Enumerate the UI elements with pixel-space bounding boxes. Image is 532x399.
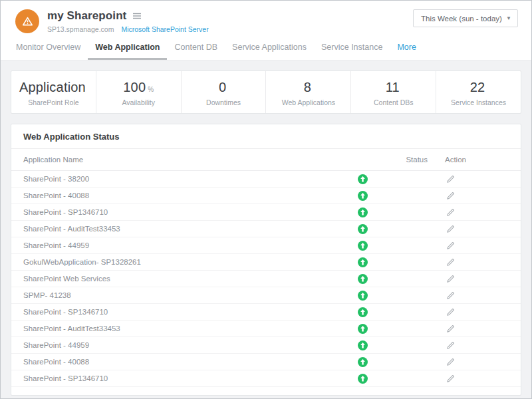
- action-cell: [428, 207, 521, 218]
- table-row: SharePoint - SP1346710: [11, 370, 521, 387]
- table-title: Web Application Status: [11, 124, 521, 149]
- pencil-edit-icon[interactable]: [445, 257, 456, 268]
- status-up-icon: [358, 307, 368, 317]
- application-name: SharePoint - SP1346710: [11, 208, 351, 216]
- pencil-edit-icon[interactable]: [445, 373, 456, 384]
- pencil-edit-icon[interactable]: [445, 356, 456, 368]
- time-period-dropdown[interactable]: This Week (sun - today) ▼: [413, 9, 518, 27]
- action-cell: [428, 240, 521, 251]
- action-cell: [428, 340, 521, 351]
- table-body: SharePoint - 38200: [11, 171, 521, 387]
- action-cell: [428, 356, 521, 368]
- action-cell: [428, 307, 521, 318]
- warning-triangle-icon: [21, 15, 34, 28]
- stat-value: 8: [304, 80, 311, 95]
- stat-value: 22: [470, 80, 485, 95]
- application-name: SharePoint - 40088: [11, 192, 351, 200]
- stat-value: Application: [19, 80, 86, 95]
- table-row: SharePoint - SP1346710: [11, 304, 521, 321]
- action-cell: [428, 190, 521, 201]
- summary-stats-card: Application SharePoint Role 100 % Availa…: [11, 70, 521, 114]
- web-application-status-card: Web Application Status Application Name …: [11, 124, 521, 396]
- status-up-icon: [358, 257, 368, 267]
- action-cell: [428, 323, 521, 334]
- application-name: SharePoint - 44959: [11, 241, 351, 249]
- status-cell: [351, 207, 428, 217]
- monitor-hostname: SP13.spmanage.com: [47, 25, 114, 33]
- status-cell: [351, 174, 428, 184]
- status-up-icon: [358, 207, 368, 217]
- stat-unit: %: [148, 86, 154, 93]
- application-name: SharePoint - SP1346710: [11, 308, 351, 316]
- status-up-icon: [358, 224, 368, 234]
- status-cell: [351, 224, 428, 234]
- pencil-edit-icon[interactable]: [445, 207, 456, 218]
- pencil-edit-icon[interactable]: [445, 307, 456, 318]
- stat-label: Downtimes: [206, 98, 241, 106]
- pencil-edit-icon[interactable]: [445, 273, 456, 285]
- stat-label: Availability: [122, 98, 155, 106]
- pencil-edit-icon[interactable]: [445, 290, 456, 301]
- pencil-edit-icon[interactable]: [445, 223, 456, 235]
- application-name: SharePoint - 40088: [11, 358, 351, 366]
- status-cell: [351, 340, 428, 350]
- pencil-edit-icon[interactable]: [445, 174, 456, 185]
- stat-item: 22 Service Instances: [436, 71, 521, 113]
- status-cell: [351, 241, 428, 251]
- status-up-icon: [358, 274, 368, 284]
- application-name: SharePoint - 44959: [11, 341, 351, 349]
- stat-item: Application SharePoint Role: [11, 71, 96, 113]
- tab[interactable]: Service Applications: [225, 37, 314, 60]
- pencil-edit-icon[interactable]: [445, 340, 456, 351]
- application-name: SharePoint - 38200: [11, 175, 351, 183]
- hamburger-menu-icon[interactable]: [132, 12, 142, 20]
- table-row: SharePoint - 40088: [11, 188, 521, 204]
- tab[interactable]: Monitor Overview: [9, 37, 88, 60]
- pencil-edit-icon[interactable]: [445, 190, 456, 201]
- stat-value: 11: [386, 80, 400, 95]
- stat-label: Content DBs: [374, 98, 414, 106]
- status-cell: [351, 257, 428, 267]
- caret-down-icon: ▼: [506, 16, 511, 21]
- status-up-icon: [358, 191, 368, 201]
- status-cell: [351, 357, 428, 367]
- action-cell: [428, 257, 521, 268]
- application-name: SPMP- 41238: [11, 291, 351, 299]
- stat-label: SharePoint Role: [28, 98, 78, 106]
- tab[interactable]: Content DB: [167, 37, 225, 60]
- table-row: SPMP- 41238: [11, 287, 521, 304]
- tab[interactable]: More: [390, 37, 423, 60]
- action-cell: [428, 223, 521, 235]
- action-cell: [428, 273, 521, 285]
- table-header-row: Application Name Status Action: [11, 149, 521, 171]
- table-row: SharePoint - SP1346710: [11, 204, 521, 221]
- status-cell: [351, 324, 428, 334]
- table-row: SharePoint - AuditTest33453: [11, 321, 521, 337]
- tab[interactable]: Web Application: [88, 37, 167, 60]
- status-cell: [351, 291, 428, 301]
- table-row: SharePoint - AuditTest33453: [11, 221, 521, 237]
- time-period-value: This Week (sun - today): [421, 15, 502, 23]
- stat-label: Service Instances: [451, 98, 506, 106]
- status-up-icon: [358, 174, 368, 184]
- status-up-icon: [358, 374, 368, 384]
- server-type-link[interactable]: Microsoft SharePoint Server: [121, 25, 208, 33]
- tab[interactable]: Service Instance: [314, 37, 390, 60]
- stat-value: 100: [123, 80, 146, 95]
- table-row: SharePoint - 40088: [11, 354, 521, 370]
- status-up-icon: [358, 291, 368, 301]
- table-row: GokulWebApplication- SP1328261: [11, 254, 521, 271]
- content-area: Application SharePoint Role 100 % Availa…: [1, 61, 531, 399]
- action-cell: [428, 174, 521, 185]
- pencil-edit-icon[interactable]: [445, 323, 456, 334]
- stat-item: 100 % Availability: [96, 71, 181, 113]
- table-row: SharePoint - 38200: [11, 171, 521, 188]
- table-row: SharePoint - 44959: [11, 237, 521, 254]
- application-name: GokulWebApplication- SP1328261: [11, 258, 351, 266]
- status-up-icon: [358, 241, 368, 251]
- status-up-icon: [358, 324, 368, 334]
- status-cell: [351, 191, 428, 201]
- column-header-status: Status: [351, 156, 428, 164]
- pencil-edit-icon[interactable]: [445, 240, 456, 251]
- status-up-icon: [358, 340, 368, 350]
